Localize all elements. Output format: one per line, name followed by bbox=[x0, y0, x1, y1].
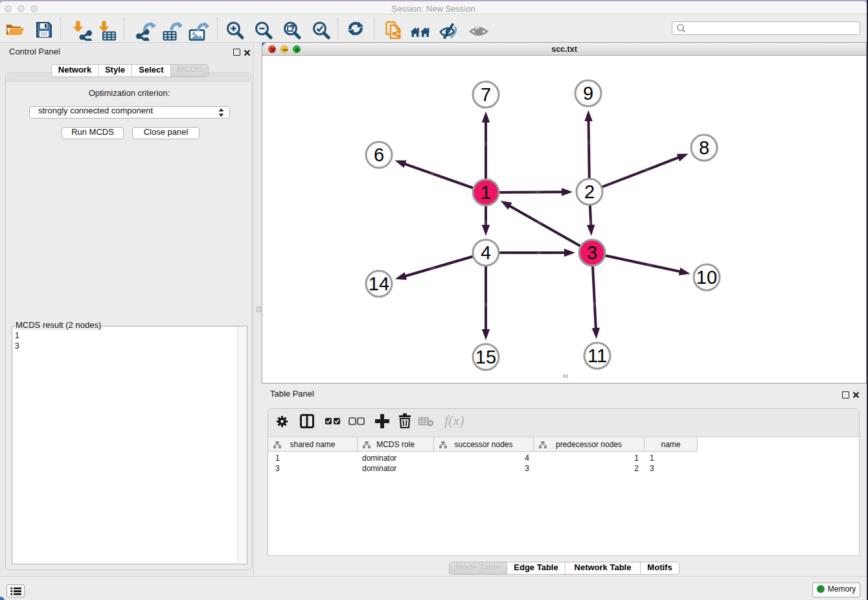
svg-text:6: 6 bbox=[374, 144, 384, 165]
svg-text:14: 14 bbox=[369, 273, 389, 294]
svg-text:8: 8 bbox=[699, 137, 709, 158]
svg-text:10: 10 bbox=[696, 267, 717, 288]
svg-text:2: 2 bbox=[584, 181, 595, 202]
svg-text:11: 11 bbox=[588, 345, 607, 366]
svg-text:4: 4 bbox=[481, 242, 491, 263]
svg-text:1: 1 bbox=[481, 182, 491, 203]
svg-text:7: 7 bbox=[481, 84, 491, 105]
svg-text:9: 9 bbox=[583, 83, 593, 104]
svg-text:15: 15 bbox=[475, 347, 496, 367]
svg-text:3: 3 bbox=[587, 242, 597, 263]
